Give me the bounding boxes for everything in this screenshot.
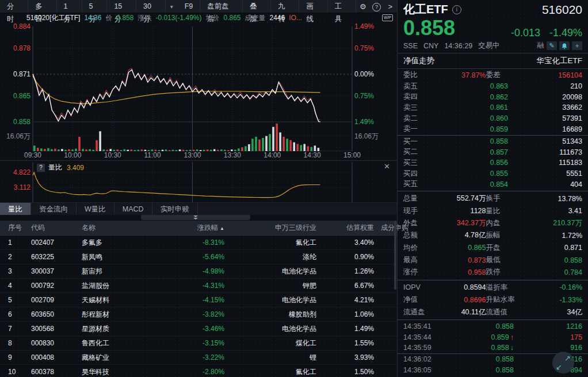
stat-label: 量比 [486, 206, 536, 216]
stat-value: 34亿 [536, 307, 583, 317]
stat-value: 342.37万 [439, 218, 486, 228]
liangbi-subchart[interactable]: ? 量比 3.409 ✕ 4.8223.112 [0, 160, 397, 203]
table-row[interactable]: 10600378昊华科技-2.80%氟化工1.50% [0, 365, 397, 377]
help-icon[interactable]: ? [370, 2, 384, 11]
tab-量比[interactable]: 量比 [0, 203, 31, 216]
table-header-估算权重[interactable]: 估算权重 [320, 223, 377, 233]
tick-price: 0.859↑ [445, 333, 514, 341]
tick-time: 14:36:05 [403, 366, 445, 374]
ask-row[interactable]: 卖二0.86057391 [398, 113, 588, 124]
expand-button[interactable]: ↗↙ [552, 352, 574, 374]
table-row[interactable]: 8000830鲁西化工-3.15%煤化工1.55% [0, 336, 397, 351]
cell: 10 [0, 368, 28, 376]
stat-value: 0.8594 [439, 283, 486, 291]
stat-label: 内盘 [486, 218, 536, 228]
collapse-handle[interactable] [0, 215, 397, 221]
table-row[interactable]: 6603650彤程新材-3.82%橡胶助剂1.06% [0, 307, 397, 322]
overlay-indicator[interactable]: IO... [289, 14, 302, 22]
stat-value: 210.37万 [536, 218, 583, 228]
period-tabs: 分时多日1分5分15分30分 [0, 0, 166, 13]
cell: 鲁西化工 [78, 338, 165, 348]
cell: -5.64% [165, 253, 228, 261]
ask-row[interactable]: 卖五0.863210 [398, 81, 588, 92]
stat-label: 涨停 [403, 267, 439, 277]
sort-ascending-icon: ▲ [220, 226, 224, 231]
cell: 新凤鸣 [78, 252, 165, 262]
toolbar-menu-画线[interactable]: 画线 [299, 0, 327, 13]
edit-pencil-icon[interactable]: ✎ [547, 41, 557, 50]
table-header-序号[interactable]: 序号 [0, 223, 28, 233]
table-row[interactable]: 3300037新宙邦-4.98%电池化学品1.26% [0, 264, 397, 279]
stat-value: 1.72% [536, 232, 583, 240]
stat-row: 最高0.873最低0.858 [398, 254, 588, 266]
cell: 煤化工 [228, 338, 320, 348]
cell: 0.90% [320, 253, 377, 261]
level-price: 0.858 [433, 137, 508, 145]
bid-row[interactable]: 买四0.8555551 [398, 168, 588, 179]
toolbar-tab-分时[interactable]: 分时 [0, 0, 28, 13]
stat-value: 0.784 [536, 268, 583, 276]
tab-实时申赎[interactable]: 实时申赎 [152, 203, 198, 216]
toolbar-menu-九转[interactable]: 九转 [271, 0, 299, 13]
toolbar-tab-30分[interactable]: 30分 [136, 0, 166, 13]
stat-label: 总量 [403, 194, 439, 203]
table-header-名称[interactable]: 名称 [78, 223, 165, 233]
level-volume: 20098 [508, 93, 582, 101]
toolbar-tab-1分[interactable]: 1分 [57, 0, 82, 13]
bid-row[interactable]: 买一0.85851343 [398, 136, 588, 147]
toolbar-tab-5分[interactable]: 5分 [82, 0, 108, 13]
time-axis-label: 11:00 [144, 151, 161, 159]
cell: 600378 [28, 368, 78, 376]
tab-W量比[interactable]: W量比 [77, 203, 114, 216]
cell: 锂 [228, 353, 320, 363]
toolbar-menu-盘前盘后[interactable]: 盘前盘后 [200, 0, 243, 13]
volume-value: 2446 [270, 14, 285, 22]
period-more-caret-icon[interactable]: ▾ [166, 3, 178, 10]
level-volume: 404 [508, 180, 582, 188]
tab-资金流向[interactable]: 资金流向 [31, 203, 77, 216]
alert-bell-icon[interactable] [559, 41, 570, 50]
toolbar-menu-F9[interactable]: F9 [178, 0, 201, 13]
subchart-close-icon[interactable]: ✕ [384, 162, 390, 171]
toolbar-tab-15分[interactable]: 15分 [107, 0, 136, 13]
table-vertical-scrollbar[interactable] [394, 221, 396, 290]
cell: -3.15% [165, 339, 228, 347]
toolbar-tab-多日[interactable]: 多日 [28, 0, 56, 13]
tab-MACD[interactable]: MACD [114, 203, 152, 216]
table-header-申万三级行业[interactable]: 申万三级行业 [228, 223, 320, 233]
table-row[interactable]: 4000792盐湖股份-4.31%钾肥6.67% [0, 279, 397, 293]
bid-row[interactable]: 买三0.856115183 [398, 157, 588, 168]
intraday-chart[interactable]: 0.8840.8780.8710.8650.85816.06万1.49%0.75… [0, 23, 397, 151]
table-row[interactable]: 5002709天赐材料-4.15%电池化学品4.21% [0, 293, 397, 307]
symbol-label: 516020[化工ETF] [26, 13, 80, 23]
ask-row[interactable]: 卖四0.86220098 [398, 92, 588, 103]
subchart-header: ? 量比 3.409 [37, 163, 84, 172]
table-row[interactable]: 1002407多氟多-8.31%氟化工3.40% [0, 236, 397, 250]
bid-row[interactable]: 买五0.854404 [398, 179, 588, 190]
toolbar-expand-chevron-icon[interactable]: > [383, 2, 397, 11]
nav-trend-label[interactable]: 净值走势 [403, 56, 434, 66]
table-row[interactable]: 2603225新凤鸣-5.64%涤纶0.90% [0, 250, 397, 264]
stat-value: -1.33% [536, 296, 583, 304]
table-header-代码[interactable]: 代码 [28, 223, 78, 233]
stat-label: 跌停 [486, 267, 536, 277]
info-icon[interactable]: i [452, 5, 461, 14]
cell: 300568 [28, 325, 78, 333]
ask-row[interactable]: 卖三0.86133662 [398, 102, 588, 113]
avg-label: 均价 [205, 13, 219, 23]
wp-monitor-icon[interactable]: WP [382, 14, 393, 21]
level-label: 卖四 [403, 92, 433, 102]
subchart-help-icon[interactable]: ? [37, 164, 45, 172]
add-plus-icon[interactable]: ＋ [572, 41, 582, 50]
toolbar-menu-叠加[interactable]: 叠加 [243, 0, 271, 13]
table-row[interactable]: 7300568星源材质-3.46%电池化学品1.49% [0, 322, 397, 336]
settings-gear-icon[interactable]: ⚙ [356, 2, 370, 11]
table-row[interactable]: 9000408藏格矿业-3.22%锂3.93% [0, 351, 397, 365]
ask-row[interactable]: 卖一0.85916689 [398, 124, 588, 134]
bid-row[interactable]: 买二0.857111673 [398, 147, 588, 158]
toolbar-menu-工具[interactable]: 工具 [328, 0, 356, 13]
change-value: -0.013(-1.49%) [155, 14, 201, 22]
stat-row: 总量552.74万换手13.78% [398, 193, 588, 205]
time-axis-label: 10:30 [104, 151, 121, 159]
table-header-涨跌幅[interactable]: 涨跌幅▲ [165, 223, 228, 233]
